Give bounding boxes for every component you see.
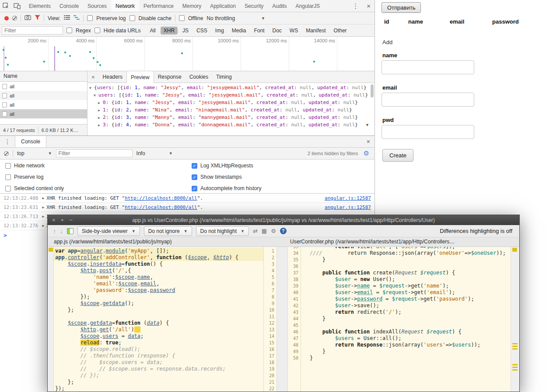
device-toolbar-icon[interactable] bbox=[11, 0, 23, 12]
meld-titlebar[interactable]: × + − app.js vs UserController.php (/var… bbox=[48, 215, 519, 225]
tab-console[interactable]: Console bbox=[55, 0, 83, 12]
name-input[interactable] bbox=[382, 60, 474, 74]
clear-icon[interactable] bbox=[12, 16, 17, 21]
diff-marker[interactable] bbox=[512, 248, 517, 252]
log-source-link[interactable]: angular.js:12587 bbox=[325, 195, 371, 201]
drawer-close-icon[interactable]: × bbox=[362, 136, 374, 147]
pwd-input[interactable] bbox=[382, 125, 474, 139]
diff-marker[interactable] bbox=[512, 367, 518, 368]
expand-arrow[interactable]: ▶ bbox=[98, 122, 103, 129]
highlight-dropdown[interactable]: Do not highlight ▼ bbox=[196, 226, 249, 236]
scroll-down-icon[interactable]: ▼ bbox=[365, 123, 369, 127]
tab-console-drawer[interactable]: Console bbox=[15, 136, 46, 147]
diff-marker[interactable] bbox=[512, 348, 518, 350]
pill-ws[interactable]: WS bbox=[287, 27, 301, 35]
screenshot-icon[interactable] bbox=[24, 15, 31, 21]
tab-response[interactable]: Response bbox=[154, 71, 186, 83]
create-button[interactable]: Create bbox=[382, 149, 413, 162]
viewer-mode-dropdown[interactable]: Side-by-side viewer ▼ bbox=[77, 226, 140, 236]
next-change-icon[interactable]: ↓ bbox=[60, 228, 63, 235]
devtools-close-icon[interactable]: × bbox=[363, 2, 374, 10]
pill-media[interactable]: Media bbox=[229, 27, 249, 35]
diff-marker[interactable] bbox=[512, 346, 518, 347]
drawer-menu-icon[interactable]: ⋮ bbox=[0, 136, 15, 147]
inspect-element-icon[interactable] bbox=[0, 0, 11, 12]
checkbox-selected-context-only[interactable] bbox=[5, 186, 11, 191]
checkbox-disable-cache[interactable] bbox=[130, 15, 135, 21]
console-settings-gear-icon[interactable]: ⚙ bbox=[362, 149, 371, 157]
request-row[interactable]: all bbox=[0, 109, 87, 118]
pill-other[interactable]: Other bbox=[331, 27, 350, 35]
expand-arrow[interactable]: ▶ bbox=[98, 114, 103, 121]
pill-js[interactable]: JS bbox=[179, 27, 192, 35]
preview-scrollbar[interactable] bbox=[370, 84, 374, 132]
console-filter-input[interactable] bbox=[56, 149, 133, 157]
tab-memory[interactable]: Memory bbox=[178, 0, 206, 12]
expand-arrow[interactable]: ▶ bbox=[98, 100, 103, 107]
pill-doc[interactable]: Doc bbox=[270, 27, 285, 35]
checkbox-autocomplete-from-history[interactable]: ✓ bbox=[192, 186, 197, 191]
tab-sources[interactable]: Sources bbox=[83, 0, 111, 12]
meld-right-pane[interactable]: return view('all', ['users'=>$users]);//… bbox=[301, 247, 511, 392]
tab-timing[interactable]: Timing bbox=[212, 71, 236, 83]
tab-audits[interactable]: Audits bbox=[268, 0, 291, 12]
pill-all[interactable]: All bbox=[147, 27, 158, 35]
expand-arrow[interactable]: ▶ bbox=[42, 215, 44, 219]
filter-icon[interactable] bbox=[35, 15, 40, 21]
grid-view-icon[interactable]: ▦ bbox=[262, 228, 267, 234]
previous-change-icon[interactable]: ↑ bbox=[53, 228, 56, 235]
tab-application[interactable]: Application bbox=[206, 0, 240, 12]
expand-arrow[interactable]: ▼ bbox=[89, 85, 94, 92]
expand-arrow[interactable]: ▶ bbox=[42, 224, 44, 228]
checkbox-show-timestamps[interactable]: ✓ bbox=[192, 174, 197, 180]
diff-marker[interactable] bbox=[49, 248, 53, 252]
request-row[interactable]: all bbox=[0, 100, 87, 109]
checkbox-preserve-log[interactable] bbox=[87, 15, 93, 21]
diff-marker[interactable] bbox=[512, 364, 518, 365]
clear-console-icon[interactable] bbox=[4, 151, 9, 156]
expand-arrow[interactable]: ▶ bbox=[42, 205, 44, 209]
pill-img[interactable]: Img bbox=[212, 27, 227, 35]
diff-marker[interactable] bbox=[512, 343, 518, 344]
window-close-icon[interactable]: × bbox=[52, 217, 56, 223]
tab-angularjs[interactable]: AngularJS bbox=[291, 0, 324, 12]
log-source-link[interactable]: angular.js:12587 bbox=[325, 205, 371, 210]
checkbox-preserve-log[interactable] bbox=[5, 174, 11, 180]
window-minimize-icon[interactable]: − bbox=[69, 217, 73, 223]
checkbox-offline[interactable] bbox=[179, 15, 185, 21]
view-waterfall-icon[interactable] bbox=[74, 15, 80, 21]
checkbox-hide-network[interactable] bbox=[5, 163, 11, 169]
close-detail-icon[interactable]: × bbox=[88, 71, 99, 83]
log-url-link[interactable]: http://localhost:8000/all bbox=[125, 205, 197, 210]
submit-button[interactable]: Отправить bbox=[382, 2, 421, 13]
help-icon[interactable]: ? bbox=[280, 228, 287, 234]
tab-network[interactable]: Network bbox=[111, 0, 139, 12]
expand-arrow[interactable]: ▶ bbox=[98, 107, 103, 114]
request-row[interactable]: all bbox=[0, 82, 87, 91]
tab-headers[interactable]: Headers bbox=[99, 71, 126, 83]
pill-xhr[interactable]: XHR bbox=[161, 27, 178, 35]
diff-marker[interactable] bbox=[512, 369, 518, 371]
ignore-dropdown[interactable]: Do not ignore ▼ bbox=[144, 226, 192, 236]
checkbox-regex[interactable] bbox=[66, 28, 72, 33]
left-file-header[interactable]: app.js (/var/www/html/lartests/test1/pub… bbox=[54, 239, 172, 245]
pill-manifest[interactable]: Manifest bbox=[303, 27, 329, 35]
meld-left-pane[interactable]: var app=angular.module('myApp', []);app.… bbox=[54, 247, 263, 392]
log-level-dropdown[interactable]: Info ▼ bbox=[136, 150, 173, 156]
right-file-header[interactable]: UserController.php (/var/www/html/lartes… bbox=[290, 239, 455, 245]
right-overview-bar[interactable] bbox=[511, 247, 519, 392]
file-comparison-icon[interactable] bbox=[67, 228, 74, 234]
name-column-header[interactable]: Name bbox=[0, 71, 87, 82]
record-icon[interactable] bbox=[4, 16, 9, 21]
tab-preview[interactable]: Preview bbox=[126, 71, 154, 83]
settings-gear-icon[interactable]: ⚙ bbox=[271, 228, 276, 234]
tab-performance[interactable]: Performance bbox=[139, 0, 178, 12]
pill-css[interactable]: CSS bbox=[193, 27, 210, 35]
swap-panes-icon[interactable]: ⇄ bbox=[253, 228, 258, 234]
network-timeline[interactable]: 2000 ms4000 ms6000 ms8000 ms10000 ms1200… bbox=[0, 37, 374, 71]
log-url-link[interactable]: http://localhost:8000/all bbox=[125, 195, 197, 201]
email-input[interactable] bbox=[382, 93, 474, 107]
left-change-bar[interactable] bbox=[48, 247, 54, 392]
window-maximize-icon[interactable]: + bbox=[61, 217, 64, 223]
tab-cookies[interactable]: Cookies bbox=[186, 71, 212, 83]
